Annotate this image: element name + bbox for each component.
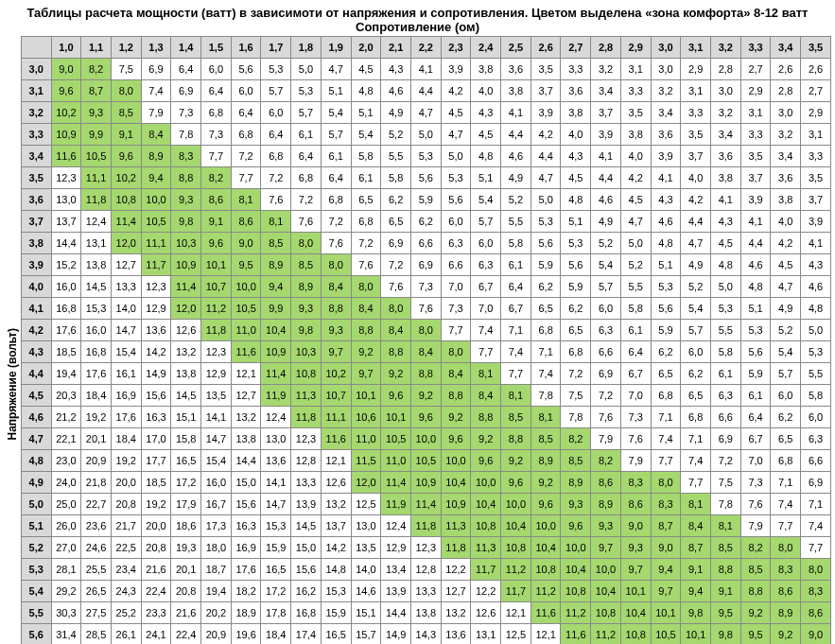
row-header: 4,0 bbox=[22, 276, 52, 298]
power-cell: 8,3 bbox=[171, 146, 201, 167]
power-cell: 12,8 bbox=[410, 559, 441, 581]
power-cell: 5,1 bbox=[740, 298, 771, 320]
power-cell: 4,7 bbox=[620, 211, 651, 233]
power-cell: 6,4 bbox=[620, 341, 651, 363]
power-cell: 10,0 bbox=[231, 276, 261, 298]
power-cell: 8,5 bbox=[111, 102, 141, 124]
power-cell: 28,5 bbox=[81, 624, 112, 645]
power-cell: 4,2 bbox=[531, 124, 561, 146]
power-cell: 5,2 bbox=[381, 124, 411, 146]
power-cell: 7,3 bbox=[740, 472, 771, 494]
col-header: 1,2 bbox=[111, 37, 141, 59]
power-cell: 5,5 bbox=[620, 276, 651, 298]
power-cell: 6,8 bbox=[351, 211, 381, 233]
power-cell: 3,4 bbox=[710, 124, 740, 146]
power-cell: 4,2 bbox=[681, 189, 711, 211]
power-cell: 15,9 bbox=[261, 537, 291, 559]
power-cell: 11,9 bbox=[261, 385, 291, 407]
power-cell: 4,1 bbox=[651, 167, 681, 189]
row-header: 4,5 bbox=[22, 385, 52, 407]
power-cell: 14,5 bbox=[81, 276, 112, 298]
power-cell: 19,2 bbox=[81, 407, 112, 428]
power-cell: 11,1 bbox=[141, 233, 171, 254]
power-cell: 9,6 bbox=[531, 494, 561, 515]
power-cell: 7,2 bbox=[381, 254, 411, 276]
power-cell: 2,9 bbox=[740, 80, 771, 102]
power-cell: 7,2 bbox=[231, 146, 261, 167]
power-cell: 4,1 bbox=[801, 233, 831, 254]
power-cell: 5,4 bbox=[321, 102, 351, 124]
power-cell: 10,0 bbox=[410, 428, 441, 450]
power-cell: 6,4 bbox=[231, 102, 261, 124]
corner-cell bbox=[22, 37, 52, 59]
power-cell: 10,3 bbox=[291, 341, 322, 363]
power-cell: 7,0 bbox=[471, 298, 501, 320]
power-cell: 7,2 bbox=[321, 211, 351, 233]
power-cell: 12,6 bbox=[471, 602, 501, 624]
row-header: 5,1 bbox=[22, 515, 52, 537]
power-cell: 21,6 bbox=[141, 559, 171, 581]
power-cell: 11,3 bbox=[471, 537, 501, 559]
power-cell: 9,3 bbox=[591, 515, 621, 537]
power-cell: 18,7 bbox=[201, 559, 232, 581]
power-cell: 5,0 bbox=[441, 146, 471, 167]
power-cell: 4,7 bbox=[441, 124, 471, 146]
power-cell: 5,7 bbox=[771, 363, 801, 385]
power-cell: 7,9 bbox=[591, 428, 621, 450]
power-cell: 10,2 bbox=[51, 102, 81, 124]
power-cell: 4,8 bbox=[351, 80, 381, 102]
power-cell: 13,1 bbox=[471, 624, 501, 645]
col-header: 2,2 bbox=[410, 37, 441, 59]
power-cell: 12,1 bbox=[321, 450, 351, 472]
col-header: 2,9 bbox=[620, 37, 651, 59]
col-header: 1,6 bbox=[231, 37, 261, 59]
power-cell: 15,0 bbox=[291, 537, 322, 559]
power-cell: 12,1 bbox=[501, 602, 531, 624]
power-cell: 12,2 bbox=[441, 559, 471, 581]
power-cell: 11,8 bbox=[201, 320, 232, 341]
power-cell: 9,2 bbox=[531, 472, 561, 494]
power-cell: 8,6 bbox=[620, 494, 651, 515]
power-cell: 8,2 bbox=[201, 167, 232, 189]
power-cell: 5,1 bbox=[351, 102, 381, 124]
power-cell: 28,1 bbox=[51, 559, 81, 581]
power-cell: 13,9 bbox=[381, 581, 411, 602]
power-cell: 6,9 bbox=[381, 233, 411, 254]
row-header: 4,1 bbox=[22, 298, 52, 320]
power-cell: 12,2 bbox=[471, 581, 501, 602]
power-cell: 11,4 bbox=[171, 276, 201, 298]
power-cell: 8,8 bbox=[171, 167, 201, 189]
power-cell: 7,8 bbox=[710, 494, 740, 515]
power-cell: 5,8 bbox=[351, 146, 381, 167]
power-cell: 3,1 bbox=[740, 102, 771, 124]
power-cell: 10,0 bbox=[501, 494, 531, 515]
row-header: 4,3 bbox=[22, 341, 52, 363]
power-cell: 5,9 bbox=[410, 189, 441, 211]
power-cell: 12,3 bbox=[141, 276, 171, 298]
power-cell: 7,6 bbox=[321, 233, 351, 254]
power-cell: 12,9 bbox=[201, 363, 232, 385]
power-cell: 9,4 bbox=[141, 167, 171, 189]
power-cell: 7,0 bbox=[441, 276, 471, 298]
power-cell: 17,7 bbox=[141, 450, 171, 472]
power-cell: 6,6 bbox=[591, 341, 621, 363]
power-cell: 3,8 bbox=[771, 189, 801, 211]
power-cell: 7,1 bbox=[801, 494, 831, 515]
power-cell: 11,2 bbox=[561, 602, 591, 624]
row-header: 4,9 bbox=[22, 472, 52, 494]
power-cell: 9,4 bbox=[681, 581, 711, 602]
power-cell: 15,6 bbox=[231, 494, 261, 515]
power-cell: 4,8 bbox=[471, 146, 501, 167]
power-cell: 8,0 bbox=[771, 537, 801, 559]
power-cell: 6,5 bbox=[351, 189, 381, 211]
power-cell: 3,3 bbox=[561, 59, 591, 80]
power-cell: 3,7 bbox=[681, 146, 711, 167]
power-cell: 3,2 bbox=[651, 80, 681, 102]
power-cell: 19,2 bbox=[111, 450, 141, 472]
power-cell: 8,4 bbox=[351, 298, 381, 320]
power-cell: 4,5 bbox=[620, 189, 651, 211]
power-cell: 4,0 bbox=[681, 167, 711, 189]
power-cell: 12,6 bbox=[321, 472, 351, 494]
power-cell: 12,3 bbox=[201, 341, 232, 363]
power-cell: 11,6 bbox=[531, 602, 561, 624]
